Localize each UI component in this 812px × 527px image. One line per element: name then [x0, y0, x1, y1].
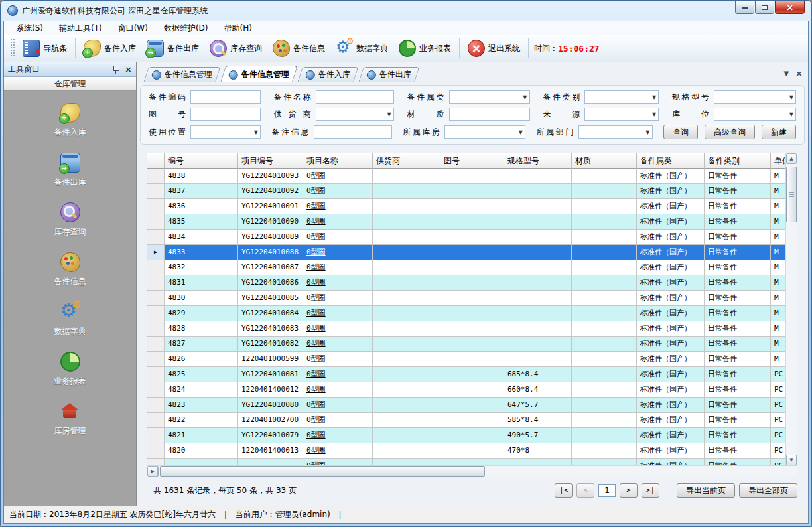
table-row-partial[interactable]: 0型圈标准件（国产）日常备件PC: [147, 459, 785, 465]
vertical-scroll-thumb[interactable]: [786, 167, 797, 222]
sidebar-item-spare-in[interactable]: 备件入库: [54, 103, 86, 138]
scroll-up-button[interactable]: ▲: [786, 153, 797, 164]
table-row[interactable]: 482012204014000130型圈470*8标准件（国产）日常备件PC: [147, 443, 785, 459]
scroll-right-button[interactable]: ▶: [147, 466, 158, 477]
toolbar-button-spare-out[interactable]: 备件出库: [141, 37, 204, 60]
table-row[interactable]: 4838YG122040100930型圈标准件（国产）日常备件M: [147, 169, 785, 184]
table-row[interactable]: 4823YG122040100800型圈647*5.7标准件（国产）日常备件PC: [147, 398, 785, 413]
table-row[interactable]: 4825YG122040100810型圈685*8.4标准件（国产）日常备件PC: [147, 367, 785, 382]
sidebar-item-business-report[interactable]: 业务报表: [54, 352, 86, 387]
minimize-button[interactable]: [735, 1, 754, 14]
row-selector[interactable]: [147, 443, 165, 459]
table-row[interactable]: 4829YG122040100840型圈标准件（国产）日常备件M: [147, 306, 785, 321]
column-header-figure[interactable]: 图号: [440, 153, 504, 169]
tab-list-dropdown-icon[interactable]: ▼: [783, 70, 789, 77]
prev-page-button[interactable]: <: [576, 483, 594, 498]
column-header-material[interactable]: 材质: [572, 153, 637, 169]
row-selector[interactable]: [147, 337, 165, 352]
table-row[interactable]: 482212204010027000型圈585*8.4标准件（国产）日常备件PC: [147, 413, 785, 428]
tab-spare-out[interactable]: 备件出库: [358, 67, 419, 82]
new-button[interactable]: 新建: [762, 125, 796, 139]
page-number-input[interactable]: 1: [598, 484, 616, 497]
menu-item-system[interactable]: 系统(S): [8, 21, 51, 35]
sidebar-group-warehouse[interactable]: 仓库管理: [4, 77, 136, 91]
tab-spare-info-mgmt-2[interactable]: 备件信息管理: [220, 66, 298, 82]
sidebar-item-spare-out[interactable]: 备件出库: [54, 153, 86, 188]
sidebar-close-icon[interactable]: ×: [125, 65, 132, 74]
row-selector[interactable]: [147, 260, 165, 275]
row-selector[interactable]: [147, 428, 165, 443]
vertical-scrollbar[interactable]: ▲ ▼: [785, 153, 797, 465]
toolbar-button-spare-info[interactable]: 备件信息: [267, 37, 330, 60]
supplier-select[interactable]: [316, 108, 394, 121]
row-selector[interactable]: [147, 306, 165, 321]
first-page-button[interactable]: |<: [555, 483, 573, 498]
menu-item-aux-tools[interactable]: 辅助工具(T): [51, 21, 110, 35]
table-row[interactable]: 482612204010005990型圈标准件（国产）日常备件M: [147, 352, 785, 367]
row-selector[interactable]: [147, 321, 165, 337]
table-row[interactable]: 482412204014000120型圈660*8.4标准件（国产）日常备件PC: [147, 382, 785, 398]
department-select[interactable]: [578, 125, 653, 139]
column-header-supplier[interactable]: 供货商: [373, 153, 440, 169]
advanced-query-button[interactable]: 高级查询: [705, 125, 755, 139]
remark-input[interactable]: [314, 125, 392, 139]
figure-no-input[interactable]: [190, 108, 261, 121]
next-page-button[interactable]: >: [620, 483, 638, 498]
spare-category-select[interactable]: [584, 90, 659, 104]
row-selector[interactable]: [147, 214, 165, 230]
toolbar-button-business-report[interactable]: 业务报表: [393, 37, 456, 60]
horizontal-scroll-thumb[interactable]: [160, 466, 485, 477]
table-row[interactable]: 4836YG122040100910型圈标准件（国产）日常备件M: [147, 199, 785, 214]
column-header-sel[interactable]: [147, 153, 165, 169]
row-selector[interactable]: [147, 291, 165, 306]
usage-position-select[interactable]: [190, 125, 261, 139]
close-button[interactable]: ×: [775, 1, 805, 14]
spare-attr-select[interactable]: [449, 90, 530, 104]
tab-spare-in[interactable]: 备件入库: [297, 67, 358, 82]
sidebar-item-spare-info[interactable]: 备件信息: [54, 252, 86, 287]
toolbar-grip[interactable]: [11, 39, 15, 58]
column-header-attr[interactable]: 备件属类: [637, 153, 705, 169]
row-selector[interactable]: [147, 230, 165, 245]
row-selector[interactable]: [147, 382, 165, 398]
column-header-name[interactable]: 项目名称: [303, 153, 373, 169]
table-row[interactable]: ▶4833YG122040100880型圈标准件（国产）日常备件M: [147, 245, 785, 260]
row-selector[interactable]: [147, 352, 165, 367]
horizontal-scrollbar[interactable]: ◀ ▶: [147, 465, 797, 477]
column-header-unit[interactable]: 单位: [771, 153, 785, 169]
table-row[interactable]: 4831YG122040100860型圈标准件（国产）日常备件M: [147, 275, 785, 291]
table-row[interactable]: 4837YG122040100920型圈标准件（国产）日常备件M: [147, 184, 785, 199]
sidebar-item-inventory-search[interactable]: 库存查询: [54, 202, 86, 238]
row-selector[interactable]: [147, 169, 165, 184]
tab-spare-info-mgmt-1[interactable]: 备件信息管理: [143, 67, 220, 82]
column-header-code[interactable]: 项目编号: [238, 153, 303, 169]
material-input[interactable]: [449, 108, 530, 121]
table-row[interactable]: 4830YG122040100850型圈标准件（国产）日常备件M: [147, 291, 785, 306]
table-row[interactable]: 4832YG122040100870型圈标准件（国产）日常备件M: [147, 260, 785, 275]
column-header-spec[interactable]: 规格型号: [504, 153, 572, 169]
row-selector[interactable]: [147, 184, 165, 199]
toolbar-button-exit-system[interactable]: 退出系统: [462, 37, 525, 60]
tab-close-icon[interactable]: ×: [795, 69, 803, 78]
export-current-page-button[interactable]: 导出当前页: [677, 483, 735, 498]
spare-code-input[interactable]: [190, 90, 261, 104]
row-selector[interactable]: [147, 413, 165, 428]
menu-item-window[interactable]: 窗口(W): [110, 21, 156, 35]
column-header-category[interactable]: 备件类别: [705, 153, 771, 169]
table-row[interactable]: 4821YG122040100790型圈490*5.7标准件（国产）日常备件PC: [147, 428, 785, 443]
toolbar-button-navbar[interactable]: 导航条: [17, 37, 72, 60]
toolbar-button-spare-in[interactable]: 备件入库: [78, 37, 141, 60]
source-select[interactable]: [584, 108, 659, 121]
pin-icon[interactable]: [113, 65, 119, 74]
scroll-down-button[interactable]: ▼: [786, 455, 797, 465]
row-selector[interactable]: [147, 199, 165, 214]
toolbar-button-inventory-search[interactable]: 库存查询: [204, 37, 267, 60]
row-selector[interactable]: [147, 367, 165, 382]
export-all-pages-button[interactable]: 导出全部页: [739, 483, 797, 498]
table-row[interactable]: 4835YG122040100900型圈标准件（国产）日常备件M: [147, 214, 785, 230]
row-selector[interactable]: [147, 275, 165, 291]
last-page-button[interactable]: >|: [642, 483, 659, 498]
table-row[interactable]: 4828YG122040100830型圈标准件（国产）日常备件M: [147, 321, 785, 337]
warehouse-select[interactable]: [444, 125, 525, 139]
table-row[interactable]: 4827YG122040100820型圈标准件（国产）日常备件M: [147, 337, 785, 352]
